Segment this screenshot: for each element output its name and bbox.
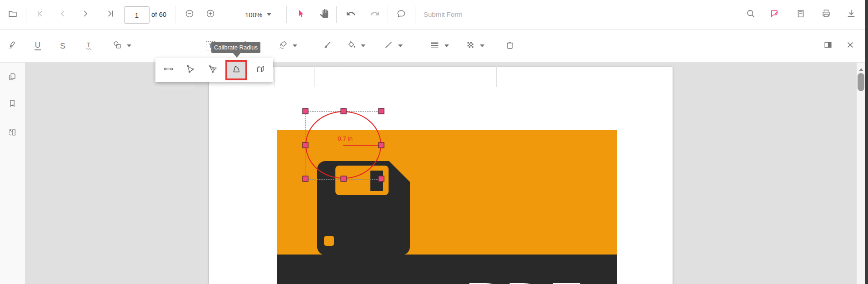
page-number-input[interactable] — [124, 6, 150, 24]
stroke-color-dropdown-button[interactable] — [382, 37, 404, 55]
opacity-icon — [465, 40, 475, 52]
squiggly-button[interactable]: T — [80, 37, 98, 55]
main-toolbar: of 60 100% Submit Form — [0, 0, 868, 30]
document-tool-button[interactable] — [792, 5, 810, 24]
thickness-dropdown-button[interactable] — [428, 37, 451, 55]
chevron-down-icon — [480, 44, 484, 47]
organize-pages-button[interactable] — [3, 124, 21, 142]
resize-handle-bottom-center[interactable] — [340, 176, 346, 182]
search-button[interactable] — [742, 5, 760, 24]
edit-annotation-button[interactable] — [766, 5, 784, 24]
volume-icon — [255, 64, 266, 76]
fill-color-icon — [346, 40, 356, 52]
fill-color-dropdown-button[interactable] — [344, 37, 367, 55]
previous-page-button[interactable] — [54, 5, 72, 24]
redo-button[interactable] — [366, 5, 384, 24]
distance-icon — [163, 64, 174, 76]
highlight-button[interactable] — [4, 37, 22, 55]
first-page-icon — [35, 9, 45, 20]
resize-handle-top-right[interactable] — [379, 108, 384, 114]
redo-icon — [370, 9, 380, 20]
tooltip: Calibrate Radius — [211, 42, 260, 53]
comment-panel-button[interactable] — [819, 37, 837, 55]
window-edge — [865, 0, 868, 284]
chevron-down-icon — [127, 44, 131, 47]
scroll-up-icon[interactable] — [859, 68, 863, 71]
download-button[interactable] — [842, 5, 860, 24]
undo-icon — [346, 9, 356, 20]
annotation-toolbar: U S T T — [0, 30, 868, 63]
zoom-in-icon — [205, 9, 215, 20]
scrollbar-thumb[interactable] — [858, 73, 864, 91]
organize-pages-icon — [7, 127, 17, 139]
tooltip-label: Calibrate Radius — [214, 44, 258, 51]
zoom-out-icon — [185, 9, 195, 20]
open-file-button[interactable] — [4, 5, 22, 24]
printer-icon — [821, 9, 831, 20]
chevron-right-icon — [80, 9, 90, 20]
calibrate-area-item[interactable] — [204, 61, 222, 79]
last-page-button[interactable] — [101, 5, 120, 24]
underline-button[interactable]: U — [29, 37, 47, 55]
pdf-viewer-app: of 60 100% Submit Form — [0, 0, 868, 284]
scrollbar-track[interactable] — [857, 63, 865, 284]
resize-handle-top-center[interactable] — [340, 108, 346, 114]
banner-title-text: PDF — [466, 275, 587, 284]
tooltip-arrow — [233, 53, 241, 58]
strikethrough-button[interactable]: S — [54, 37, 72, 55]
delete-annotation-button[interactable] — [501, 37, 519, 55]
close-annotation-toolbar-button[interactable] — [841, 37, 859, 55]
print-button[interactable] — [817, 5, 835, 24]
undo-button[interactable] — [342, 5, 360, 24]
download-icon — [846, 9, 856, 20]
shapes-icon — [112, 40, 122, 52]
opacity-dropdown-button[interactable] — [464, 37, 486, 55]
bookmarks-panel-button[interactable] — [3, 95, 21, 113]
resize-handle-middle-right[interactable] — [379, 142, 384, 148]
radius-icon — [231, 64, 242, 76]
area-icon — [207, 64, 218, 76]
resize-handle-bottom-left[interactable] — [303, 176, 309, 182]
cursor-icon — [296, 9, 306, 20]
calibrate-distance-item[interactable] — [160, 61, 178, 79]
strikethrough-icon: S — [60, 42, 65, 50]
thumbnails-panel-button[interactable] — [3, 69, 21, 87]
calibrate-menu — [155, 58, 273, 82]
first-page-button[interactable] — [31, 5, 49, 24]
zoom-level-value: 100% — [245, 11, 262, 19]
thumbnails-icon — [7, 72, 17, 83]
comment-tool-button[interactable] — [392, 5, 410, 24]
pdf-page: PDF 0.7 in — [209, 67, 673, 284]
folder-icon — [8, 9, 18, 20]
chevron-down-icon — [293, 44, 297, 47]
radius-measurement-label: 0.7 in — [338, 135, 353, 142]
zoom-in-button[interactable] — [201, 5, 219, 24]
resize-handle-top-left[interactable] — [303, 108, 309, 114]
selection-tool-button[interactable] — [292, 5, 310, 24]
chevron-down-icon — [361, 44, 365, 47]
submit-form-label[interactable]: Submit Form — [424, 10, 463, 18]
brush-icon — [322, 40, 332, 52]
stroke-color-icon — [384, 40, 394, 52]
calibrate-radius-item[interactable] — [225, 60, 247, 80]
resize-handle-bottom-right[interactable] — [379, 176, 384, 182]
hand-icon — [319, 9, 329, 20]
document-icon — [796, 9, 806, 20]
chevron-down-icon — [398, 44, 403, 47]
shapes-dropdown-button[interactable] — [110, 37, 133, 55]
calibrate-volume-item[interactable] — [251, 61, 269, 79]
zoom-level-dropdown[interactable]: 100% — [243, 5, 273, 24]
signature-dropdown-button[interactable] — [276, 37, 299, 55]
search-icon — [746, 9, 756, 20]
ink-button[interactable] — [318, 37, 336, 55]
calibrate-perimeter-item[interactable] — [181, 61, 200, 79]
highlighter-icon — [8, 40, 18, 52]
chevron-left-icon — [58, 9, 68, 20]
floppy-write-protect-tab — [324, 236, 334, 246]
zoom-out-button[interactable] — [180, 5, 199, 24]
resize-handle-middle-left[interactable] — [303, 142, 309, 148]
next-page-button[interactable] — [76, 5, 95, 24]
comment-panel-icon — [823, 40, 833, 52]
signature-icon — [278, 40, 288, 52]
pan-tool-button[interactable] — [315, 5, 333, 24]
